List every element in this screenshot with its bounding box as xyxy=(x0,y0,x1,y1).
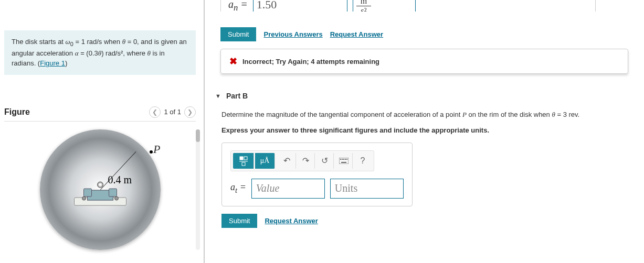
svg-rect-6 xyxy=(342,159,343,160)
keyboard-tool-icon[interactable] xyxy=(335,153,353,169)
part-a-var-label: an = xyxy=(228,0,248,12)
part-b-body: Determine the magnitude of the tangentia… xyxy=(221,109,634,228)
svg-rect-10 xyxy=(341,162,346,163)
figure-title: Figure xyxy=(4,107,30,117)
redo-tool-icon[interactable]: ↷ xyxy=(297,153,315,169)
figure-pager: ❮ 1 of 1 ❯ xyxy=(149,106,196,118)
incorrect-icon: ✖ xyxy=(229,56,237,67)
disk-figure: P 0.4 m xyxy=(40,129,161,250)
svg-rect-8 xyxy=(345,159,346,160)
part-b-units-input[interactable]: Units xyxy=(330,179,404,199)
left-panel: The disk starts at ω0 = 1 rad/s when θ =… xyxy=(0,0,205,263)
svg-rect-3 xyxy=(242,162,245,166)
answer-toolbar: μÅ ↶ ↷ ↺ ? xyxy=(230,150,374,171)
part-b-request-answer-link[interactable]: Request Answer xyxy=(265,217,318,225)
part-b-button-row: Submit Request Answer xyxy=(221,214,634,228)
svg-rect-7 xyxy=(343,159,344,160)
part-a-value-input[interactable]: 1.50 xyxy=(253,0,347,12)
svg-rect-1 xyxy=(244,157,247,160)
part-a-answer-box: an = 1.50 m s² xyxy=(220,0,596,12)
problem-statement: The disk starts at ω0 = 1 rad/s when θ =… xyxy=(4,30,196,75)
part-a-previous-answers-link[interactable]: Previous Answers xyxy=(263,30,322,38)
part-b-instruction: Express your answer to three significant… xyxy=(221,126,634,134)
undo-tool-icon[interactable]: ↶ xyxy=(278,153,296,169)
svg-rect-4 xyxy=(339,158,349,164)
part-a-units-input[interactable]: m s² xyxy=(353,0,416,12)
figure-prev-button[interactable]: ❮ xyxy=(149,106,161,118)
part-b-var-label: at = xyxy=(230,182,246,195)
part-b-header[interactable]: ▼ Part B xyxy=(215,92,634,100)
part-b-title: Part B xyxy=(226,92,248,100)
reset-tool-icon[interactable]: ↺ xyxy=(316,153,334,169)
special-char-tool[interactable]: μÅ xyxy=(255,153,275,169)
point-P-marker xyxy=(150,150,153,154)
hub-mount xyxy=(77,188,124,205)
figure-link[interactable]: Figure 1 xyxy=(40,59,65,67)
radius-label: 0.4 m xyxy=(108,174,132,186)
part-b-answer-widget: μÅ ↶ ↷ ↺ ? at = Value Units xyxy=(221,143,413,206)
part-a-feedback: ✖ Incorrect; Try Again; 4 attempts remai… xyxy=(220,49,628,74)
right-panel: an = 1.50 m s² Submit Previous Answers R… xyxy=(205,0,644,263)
svg-rect-0 xyxy=(240,157,243,160)
fraction-tool-icon[interactable] xyxy=(233,153,254,169)
problem-text: The disk starts at ω0 = 1 rad/s when θ =… xyxy=(12,38,187,67)
part-b-question: Determine the magnitude of the tangentia… xyxy=(221,109,634,120)
part-a-request-answer-link[interactable]: Request Answer xyxy=(330,30,383,38)
part-b-value-input[interactable]: Value xyxy=(251,179,325,199)
figure-next-button[interactable]: ❯ xyxy=(184,106,196,118)
part-a-submit-button[interactable]: Submit xyxy=(220,27,256,41)
figure-section: Figure ❮ 1 of 1 ❯ P 0.4 m xyxy=(4,106,196,250)
part-a-button-row: Submit Previous Answers Request Answer xyxy=(220,27,634,41)
point-P-label: P xyxy=(153,143,160,156)
feedback-text: Incorrect; Try Again; 4 attempts remaini… xyxy=(242,58,379,65)
figure-page-count: 1 of 1 xyxy=(164,108,181,116)
help-tool-icon[interactable]: ? xyxy=(354,153,372,169)
part-b-submit-button[interactable]: Submit xyxy=(221,214,257,228)
svg-rect-9 xyxy=(346,159,347,160)
svg-rect-5 xyxy=(340,159,341,160)
figure-scrollbar[interactable] xyxy=(196,129,200,250)
collapse-icon: ▼ xyxy=(215,93,221,99)
